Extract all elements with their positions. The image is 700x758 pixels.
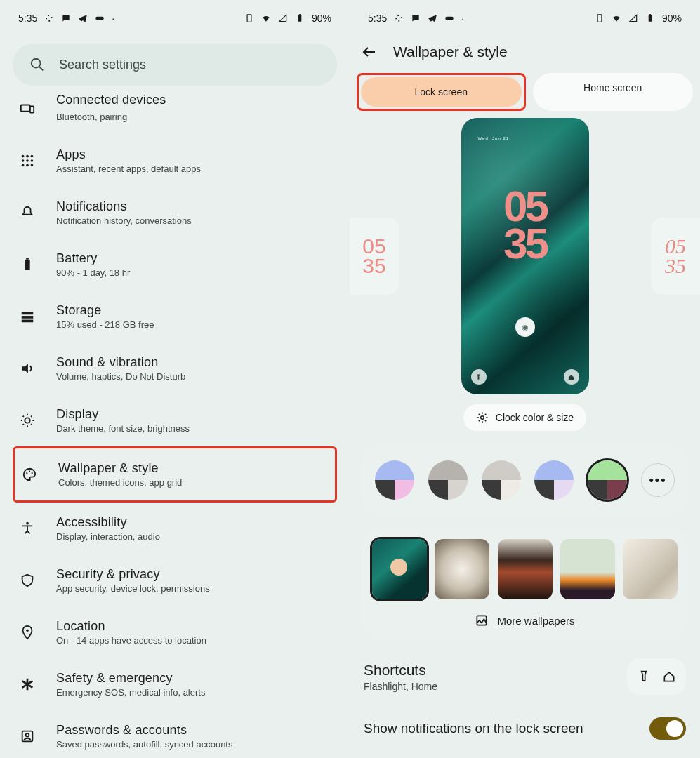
arrow-left-icon: [361, 44, 378, 60]
shield-icon: [20, 573, 35, 588]
settings-passwords[interactable]: Passwords & accountsSaved passwords, aut…: [13, 710, 337, 750]
apps-icon: [20, 153, 35, 168]
settings-sound[interactable]: Sound & vibrationVolume, haptics, Do Not…: [13, 343, 337, 394]
settings-wallpaper-style[interactable]: Wallpaper & styleColors, themed icons, a…: [13, 446, 337, 503]
svg-rect-20: [22, 320, 34, 323]
svg-point-24: [32, 472, 33, 474]
wallpaper-thumb-3[interactable]: [498, 539, 553, 599]
svg-rect-16: [25, 260, 29, 270]
settings-storage[interactable]: Storage15% used - 218 GB free: [13, 291, 337, 343]
palette-option-3[interactable]: [482, 460, 521, 500]
battery-icon: [645, 13, 655, 23]
settings-apps[interactable]: AppsAssistant, recent apps, default apps: [13, 135, 337, 187]
svg-point-23: [29, 470, 30, 472]
lock-screen-preview[interactable]: Wed, Jun 21 05 35: [461, 118, 589, 394]
svg-line-4: [39, 67, 44, 71]
color-palette-picker: •••: [361, 444, 689, 517]
settings-display[interactable]: DisplayDark theme, font size, brightness: [13, 394, 337, 446]
svg-rect-31: [649, 14, 651, 15]
svg-rect-5: [21, 105, 30, 112]
palette-option-1[interactable]: [375, 460, 414, 500]
back-button[interactable]: [361, 44, 378, 60]
status-bar-right: 5:35 · 90%: [350, 0, 700, 24]
palette-option-4[interactable]: [534, 460, 574, 500]
svg-point-7: [22, 155, 25, 158]
svg-point-25: [26, 522, 29, 525]
settings-battery[interactable]: Battery90% - 1 day, 18 hr: [13, 239, 337, 291]
wallpaper-thumb-2[interactable]: [435, 539, 489, 599]
svg-point-13: [22, 164, 25, 167]
settings-screen: 5:35 · 90% Search settings Connected dev…: [0, 0, 350, 758]
account-icon: [20, 729, 35, 744]
status-battery: 90%: [662, 13, 682, 24]
more-palettes-button[interactable]: •••: [641, 463, 675, 497]
game-icon: [95, 13, 105, 23]
clock-style-left[interactable]: 05 35: [350, 218, 399, 295]
svg-point-10: [22, 159, 25, 162]
phone-icon: [244, 13, 254, 23]
svg-rect-1: [298, 15, 302, 21]
home-icon: [662, 670, 676, 684]
tab-lock-screen[interactable]: Lock screen: [361, 77, 522, 107]
svg-point-28: [26, 733, 29, 737]
wallpaper-icon: [475, 613, 489, 627]
settings-connected-devices[interactable]: Connected devicesBluetooth, pairing: [13, 93, 337, 135]
status-battery: 90%: [312, 13, 331, 24]
slack-icon: [44, 13, 54, 23]
wallpaper-thumb-4[interactable]: [560, 539, 615, 599]
signal-icon: [278, 13, 288, 23]
svg-point-3: [32, 59, 41, 68]
settings-security[interactable]: Security & privacyApp security, device l…: [13, 554, 337, 606]
status-bar: 5:35 · 90%: [0, 0, 350, 24]
telegram-icon: [78, 13, 88, 23]
dot-icon: ·: [461, 13, 464, 24]
more-wallpapers-button[interactable]: More wallpapers: [372, 613, 678, 627]
flashlight-icon: [637, 670, 651, 684]
battery-vert-icon: [20, 257, 35, 272]
wallpaper-thumb-1-selected[interactable]: [372, 539, 427, 599]
telegram-icon: [428, 13, 437, 23]
shortcuts-row[interactable]: Shortcuts Flashlight, Home: [364, 658, 686, 695]
tab-home-screen[interactable]: Home screen: [533, 73, 694, 111]
settings-location[interactable]: LocationOn - 14 apps have access to loca…: [13, 606, 337, 658]
slack-icon: [394, 13, 404, 23]
svg-rect-0: [247, 15, 251, 22]
battery-icon: [295, 13, 305, 23]
palette-icon: [22, 467, 37, 482]
sound-icon: [20, 361, 35, 376]
svg-rect-29: [597, 15, 602, 22]
status-time: 5:35: [18, 13, 37, 24]
shortcuts-preview: [627, 658, 686, 695]
clock-style-right[interactable]: 05 35: [651, 218, 700, 295]
preview-clock: 05 35: [461, 188, 589, 262]
svg-point-32: [481, 416, 484, 420]
brightness-icon: [20, 413, 35, 428]
svg-rect-19: [22, 316, 34, 319]
phone-icon: [595, 13, 605, 23]
signal-icon: [628, 13, 638, 23]
notifications-toggle-row: Show notifications on the lock screen: [364, 717, 686, 740]
svg-rect-2: [299, 14, 301, 15]
notifications-toggle[interactable]: [649, 717, 686, 740]
shortcuts-title: Shortcuts: [364, 662, 437, 679]
highlight-lock-tab: Lock screen: [357, 73, 526, 111]
svg-rect-18: [22, 312, 34, 315]
settings-safety[interactable]: Safety & emergencyEmergency SOS, medical…: [13, 658, 337, 710]
wallpaper-thumb-5[interactable]: [623, 539, 678, 599]
asterisk-icon: [20, 677, 35, 692]
settings-accessibility[interactable]: AccessibilityDisplay, interaction, audio: [13, 503, 337, 554]
clock-color-size-button[interactable]: Clock color & size: [463, 404, 586, 431]
location-icon: [20, 625, 35, 640]
settings-notifications[interactable]: NotificationsNotification history, conve…: [13, 187, 337, 239]
svg-point-8: [26, 155, 29, 158]
palette-option-2[interactable]: [428, 460, 468, 500]
game-icon: [444, 13, 454, 23]
svg-rect-6: [30, 106, 34, 112]
status-time: 5:35: [368, 13, 387, 24]
preview-shortcut-flashlight: [471, 369, 487, 385]
search-settings[interactable]: Search settings: [13, 44, 337, 86]
wallpaper-style-screen: 5:35 · 90% Wallpaper & style Lock screen…: [350, 0, 700, 758]
palette-option-5-selected[interactable]: [588, 460, 627, 500]
wallpaper-picker: More wallpapers: [361, 526, 689, 641]
storage-icon: [20, 309, 35, 324]
